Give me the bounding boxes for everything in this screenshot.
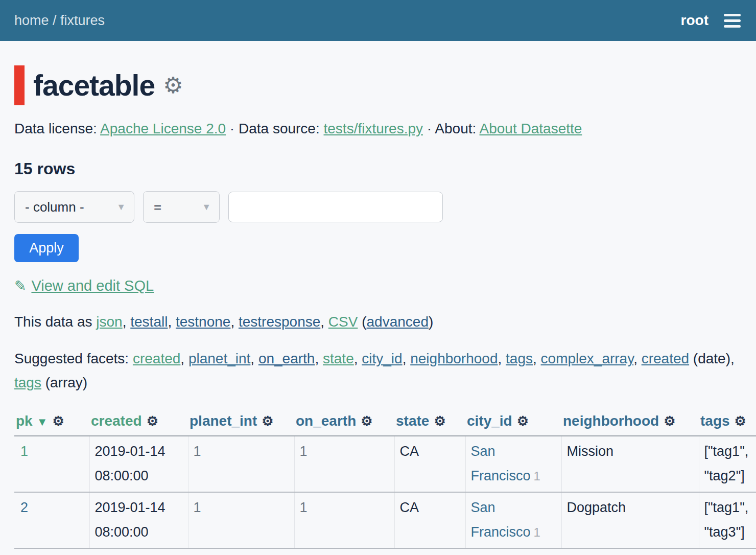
chevron-down-icon xyxy=(202,202,211,213)
column-header-link[interactable]: neighborhood xyxy=(563,413,659,429)
pencil-icon xyxy=(14,278,26,294)
chevron-down-icon xyxy=(116,202,126,213)
metadata-separator: · xyxy=(423,121,435,136)
view-edit-sql-link[interactable]: View and edit SQL xyxy=(31,278,154,294)
column-header-link[interactable]: on_earth xyxy=(296,413,356,429)
column-header-link[interactable]: city_id xyxy=(467,413,512,429)
table-body: 1 2019-01-14 08:00:00 1 1 CA San Francis… xyxy=(14,436,756,548)
export-separator: , xyxy=(123,314,131,330)
column-header: state xyxy=(394,410,465,436)
export-separator: , xyxy=(168,314,176,330)
export-link[interactable]: CSV xyxy=(328,314,358,330)
page-title-block: facetable xyxy=(14,65,756,105)
column-header-link[interactable]: pk xyxy=(16,413,33,429)
export-separator: ) xyxy=(429,314,433,330)
facet-separator: , xyxy=(498,351,506,366)
column-header: created xyxy=(89,410,188,436)
column-gear-icon[interactable] xyxy=(52,413,64,429)
filter-operator-value: = xyxy=(154,199,161,215)
row-pk-link[interactable]: 1 xyxy=(20,444,28,459)
filter-column-select[interactable]: - column - xyxy=(14,191,134,223)
row-count-heading: 15 rows xyxy=(14,159,742,178)
metadata-label: Data license: xyxy=(14,121,100,136)
export-link[interactable]: testnone xyxy=(176,314,230,330)
export-prefix: This data as xyxy=(14,314,96,330)
facet-suffix: (date) xyxy=(689,351,730,366)
export-link[interactable]: advanced xyxy=(367,314,429,330)
metadata-link[interactable]: tests/fixtures.py xyxy=(324,121,423,136)
breadcrumb-link[interactable]: home xyxy=(14,13,49,28)
table-header-row: pkcreatedplanet_inton_earthstatecity_idn… xyxy=(14,410,756,436)
facet-link[interactable]: tags xyxy=(14,375,41,390)
metadata-link[interactable]: Apache License 2.0 xyxy=(100,121,226,136)
facet-separator: , xyxy=(633,351,642,366)
facet-link[interactable]: created xyxy=(133,351,180,366)
apply-button[interactable]: Apply xyxy=(14,234,79,262)
table-settings-gear-icon[interactable] xyxy=(163,74,183,97)
cell-city-id: San Francisco1 xyxy=(465,436,561,492)
cell-city-id: San Francisco1 xyxy=(465,492,561,548)
column-header-link[interactable]: created xyxy=(91,413,142,429)
facet-link[interactable]: city_id xyxy=(362,351,402,366)
logged-in-user[interactable]: root xyxy=(681,12,708,29)
column-header: on_earth xyxy=(294,410,394,436)
metadata-link[interactable]: About Datasette xyxy=(480,121,582,136)
filter-operator-select[interactable]: = xyxy=(143,191,220,223)
column-gear-icon[interactable] xyxy=(147,413,158,429)
facet-separator: , xyxy=(403,351,411,366)
page-title: facetable xyxy=(33,68,155,102)
column-gear-icon[interactable] xyxy=(262,413,273,429)
export-links-line: This data as json, testall, testnone, te… xyxy=(14,314,742,330)
row-pk-link[interactable]: 2 xyxy=(20,500,28,515)
column-gear-icon[interactable] xyxy=(735,413,746,429)
cell-on-earth: 1 xyxy=(294,436,394,492)
export-link[interactable]: json xyxy=(96,314,122,330)
export-separator: ( xyxy=(358,314,366,330)
column-header: neighborhood xyxy=(561,410,699,436)
breadcrumb-link[interactable]: fixtures xyxy=(60,13,105,28)
export-link[interactable]: testresponse xyxy=(239,314,320,330)
facet-separator: , xyxy=(315,351,323,366)
column-gear-icon[interactable] xyxy=(361,413,372,429)
column-header-link[interactable]: planet_int xyxy=(190,413,257,429)
facet-separator: , xyxy=(354,351,362,366)
cell-neighborhood: Dogpatch xyxy=(561,492,699,548)
facet-separator: , xyxy=(250,351,258,366)
results-table: pkcreatedplanet_inton_earthstatecity_idn… xyxy=(14,410,756,549)
cell-on-earth: 1 xyxy=(294,492,394,548)
facet-link[interactable]: state xyxy=(323,351,354,366)
top-nav: home / fixtures root xyxy=(0,0,756,41)
column-gear-icon[interactable] xyxy=(434,413,445,429)
filter-row: - column - = xyxy=(14,191,742,223)
column-header-link[interactable]: state xyxy=(396,413,429,429)
breadcrumb-separator: / xyxy=(49,13,61,28)
city-count: 1 xyxy=(534,525,540,539)
facet-link[interactable]: tags xyxy=(506,351,533,366)
facet-link[interactable]: neighborhood xyxy=(410,351,498,366)
facet-link[interactable]: planet_int xyxy=(188,351,250,366)
hamburger-menu-icon[interactable] xyxy=(724,14,741,28)
sql-link-line: View and edit SQL xyxy=(14,278,742,294)
facet-separator: , xyxy=(533,351,541,366)
column-header-link[interactable]: tags xyxy=(700,413,730,429)
cell-created: 2019-01-14 08:00:00 xyxy=(89,492,188,548)
facet-link[interactable]: on_earth xyxy=(258,351,315,366)
table-row: 2 2019-01-14 08:00:00 1 1 CA San Francis… xyxy=(14,492,756,548)
suggested-facets-line: Suggested facets: created, planet_int, o… xyxy=(14,346,742,395)
metadata-line: Data license: Apache License 2.0 · Data … xyxy=(14,121,742,137)
city-link[interactable]: San Francisco xyxy=(471,444,531,483)
city-link[interactable]: San Francisco xyxy=(471,500,531,540)
column-gear-icon[interactable] xyxy=(517,413,529,429)
cell-state: CA xyxy=(394,436,465,492)
cell-pk: 2 xyxy=(14,492,89,548)
metadata-separator: · xyxy=(226,121,239,136)
export-separator: , xyxy=(320,314,328,330)
export-link[interactable]: testall xyxy=(130,314,168,330)
column-gear-icon[interactable] xyxy=(664,413,675,429)
facet-link[interactable]: complex_array xyxy=(541,351,634,366)
facet-link[interactable]: created xyxy=(642,351,689,366)
filter-value-input[interactable] xyxy=(228,192,443,222)
column-header: tags xyxy=(699,410,756,436)
cell-planet-int: 1 xyxy=(188,492,294,548)
facets-prefix: Suggested facets: xyxy=(14,351,133,366)
